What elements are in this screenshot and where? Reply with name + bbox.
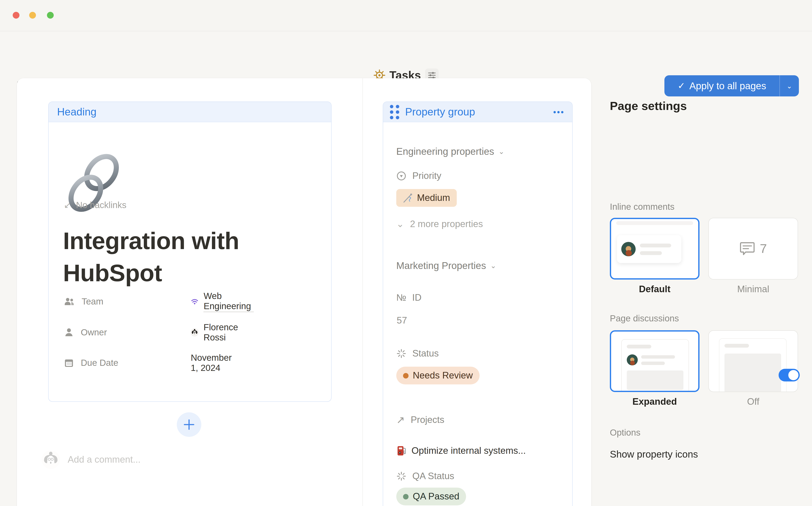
team-value[interactable]: Web Engineering [191, 291, 254, 312]
comment-row: Add a comment... [41, 450, 141, 469]
qa-status-value-tag[interactable]: QA Passed [396, 488, 466, 505]
owner-value[interactable]: Florence Rossi [191, 322, 242, 343]
id-label-row: № ID [396, 292, 422, 303]
chevron-down-icon: ⌄ [396, 219, 404, 230]
option-label-default: Default [610, 284, 700, 295]
app-window: ✕ Cancel Tasks [0, 0, 812, 506]
column-divider [362, 78, 363, 506]
avatar [621, 242, 636, 256]
team-row: Team Web Engineering [64, 293, 103, 310]
group-marketing[interactable]: Marketing Properties ⌄ [396, 260, 496, 271]
group-engineering[interactable]: Engineering properties ⌄ [396, 146, 504, 157]
chevron-down-icon: ⌄ [490, 261, 496, 270]
backlinks-row[interactable]: ↙ No backlinks [64, 200, 126, 210]
add-comment-input[interactable]: Add a comment... [68, 454, 141, 465]
document-title[interactable]: Integration with HubSpot [63, 225, 317, 289]
plus-icon [183, 419, 195, 430]
person-icon [64, 327, 74, 337]
heading-block-card: Heading ↙ No backlinks [48, 101, 332, 402]
app-header: ✕ Cancel Tasks [0, 31, 812, 79]
property-group-card: Property group ••• Engineering propertie… [383, 101, 573, 506]
qa-status-label-row: QA Status [396, 471, 454, 482]
heading-block-header[interactable]: Heading [49, 102, 331, 122]
comment-bubble-icon [739, 242, 755, 256]
status-value-tag[interactable]: Needs Review [396, 367, 479, 385]
show-property-icons-toggle[interactable] [779, 369, 800, 382]
arrow-northeast-icon: ↗ [396, 414, 405, 426]
status-spinner-icon [396, 471, 407, 481]
qa-status-dot [403, 494, 409, 499]
priority-value-tag[interactable]: Medium [396, 189, 457, 207]
titlebar [0, 0, 812, 31]
id-value[interactable]: 57 [397, 315, 407, 326]
owner-label: Owner [81, 327, 107, 337]
no-backlinks-label: No backlinks [76, 200, 126, 210]
due-date-value[interactable]: November 1, 2024 [191, 353, 232, 373]
option-label-expanded: Expanded [610, 396, 700, 407]
people-icon [64, 297, 75, 306]
chevron-down-icon: ⌄ [499, 147, 505, 156]
fuel-pump-icon [396, 445, 407, 456]
option-label-minimal: Minimal [708, 284, 798, 295]
inline-comments-option-minimal[interactable]: 7 [708, 218, 798, 279]
inline-comments-label: Inline comments [610, 202, 674, 212]
arrow-southwest-icon: ↙ [64, 200, 71, 210]
preview-canvas: Heading ↙ No backlinks [17, 78, 591, 506]
priority-icon [396, 171, 407, 181]
needle-icon [403, 193, 413, 203]
comment-count: 7 [760, 242, 767, 256]
priority-label-row: Priority [396, 170, 441, 181]
add-block-button[interactable] [177, 412, 201, 437]
calendar-icon [64, 358, 74, 368]
property-group-label: Property group [405, 106, 475, 118]
due-date-label: Due Date [81, 358, 118, 368]
projects-label-row: ↗ Projects [396, 414, 444, 426]
option-label-off: Off [708, 396, 798, 407]
avatar [191, 327, 198, 338]
teamspace-icon [191, 297, 198, 306]
page-discussions-option-expanded[interactable] [610, 330, 700, 392]
due-date-row: Due Date November 1, 2024 [64, 354, 118, 371]
heading-block-label: Heading [57, 106, 96, 118]
avatar [627, 354, 638, 365]
team-label: Team [82, 297, 103, 307]
panel-title: Page settings [610, 99, 687, 113]
more-options-button[interactable]: ••• [553, 102, 565, 122]
status-dot [403, 373, 409, 378]
more-properties-toggle[interactable]: ⌄ 2 more properties [396, 219, 483, 230]
owner-row: Owner Florence Rossi [64, 324, 107, 341]
page-settings-panel: Page settings Inline comments 7 Default … [591, 78, 812, 506]
avatar [41, 450, 60, 469]
property-group-header[interactable]: Property group ••• [383, 102, 572, 122]
status-spinner-icon [396, 348, 407, 359]
status-label-row: Status [396, 348, 439, 359]
numero-icon: № [396, 292, 406, 303]
drag-handle-icon[interactable] [390, 105, 399, 119]
options-label: Options [610, 428, 640, 438]
zoom-window-button[interactable] [47, 12, 54, 19]
inline-comments-option-default[interactable] [610, 218, 700, 279]
projects-value[interactable]: Optimize internal systems... [396, 445, 526, 456]
page-discussions-option-off[interactable] [708, 330, 798, 392]
minimize-window-button[interactable] [29, 12, 36, 19]
close-window-button[interactable] [13, 12, 19, 19]
show-property-icons-label: Show property icons [610, 449, 698, 460]
page-discussions-label: Page discussions [610, 313, 679, 324]
